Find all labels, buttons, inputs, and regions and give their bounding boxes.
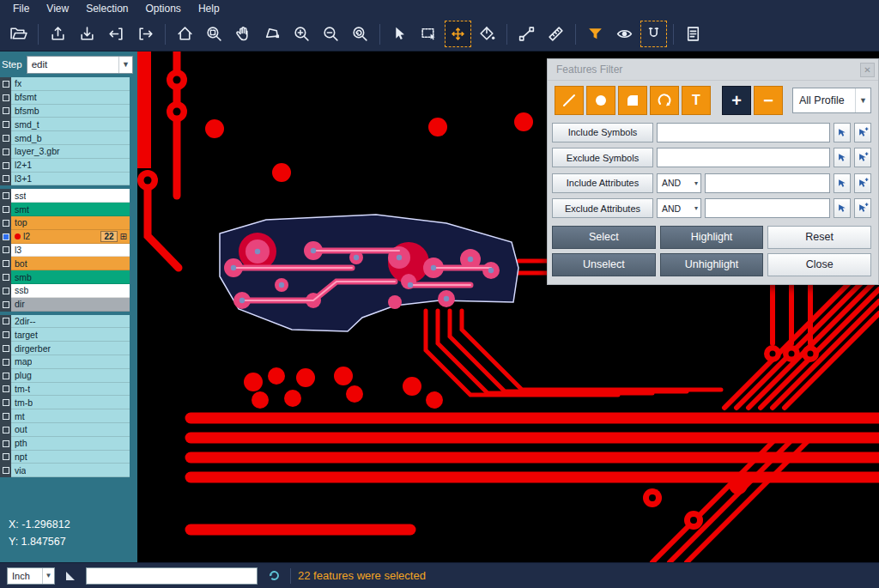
- pad-type-button[interactable]: [586, 86, 615, 115]
- corner-snap-icon[interactable]: [62, 567, 79, 585]
- layer-visibility-checkbox[interactable]: [0, 464, 11, 477]
- units-select[interactable]: Inch ▼: [7, 567, 55, 585]
- layer-visibility-checkbox[interactable]: [0, 437, 11, 451]
- menu-item[interactable]: File: [5, 1, 37, 16]
- layer-visibility-checkbox[interactable]: [0, 230, 11, 244]
- filter-row-input[interactable]: [657, 148, 830, 167]
- reset-button[interactable]: Reset: [767, 226, 871, 249]
- remove-filter-button[interactable]: −: [754, 86, 783, 115]
- arc-type-button[interactable]: [650, 86, 679, 115]
- import-left-icon[interactable]: [103, 21, 130, 47]
- layer-row[interactable]: mt ⊞: [0, 409, 130, 423]
- layer-row[interactable]: l2+1 ⊞: [0, 159, 130, 173]
- layer-row[interactable]: 2dir-- ⊞: [0, 315, 130, 329]
- layer-visibility-checkbox[interactable]: [0, 244, 11, 258]
- menu-item[interactable]: Options: [138, 1, 189, 16]
- close-icon[interactable]: ✕: [860, 63, 875, 77]
- layer-row[interactable]: dirgerber ⊞: [0, 342, 130, 355]
- polygon-select-icon[interactable]: [259, 21, 286, 47]
- zoom-area-icon[interactable]: [201, 21, 227, 47]
- layer-row[interactable]: npt ⊞: [0, 451, 130, 464]
- report-list-icon[interactable]: [680, 21, 706, 47]
- marquee-select-icon[interactable]: [415, 21, 442, 47]
- filter-row-label-button[interactable]: Include Attributes: [552, 173, 653, 193]
- layer-row[interactable]: bfsmt ⊞: [0, 91, 130, 105]
- layer-row[interactable]: smb ⊞: [0, 270, 130, 284]
- unhighlight-button[interactable]: Unhighlight: [660, 253, 764, 276]
- layer-visibility-checkbox[interactable]: [0, 315, 11, 329]
- pick-add-button[interactable]: [854, 148, 871, 167]
- layer-row[interactable]: fx ⊞: [0, 77, 130, 91]
- layer-row[interactable]: sst ⊞: [0, 189, 130, 203]
- layer-row[interactable]: bot ⊞: [0, 257, 130, 270]
- layer-visibility-checkbox[interactable]: [0, 145, 11, 159]
- layer-row[interactable]: l3 ⊞: [0, 244, 130, 258]
- layer-row[interactable]: bfsmb ⊞: [0, 105, 130, 118]
- refresh-icon[interactable]: [264, 567, 283, 585]
- pick-from-canvas-button[interactable]: [834, 123, 851, 142]
- layer-visibility-checkbox[interactable]: [0, 77, 11, 91]
- filter-row-label-button[interactable]: Include Symbols: [552, 123, 653, 142]
- layer-row[interactable]: layer_3.gbr ⊞: [0, 145, 130, 159]
- pick-add-button[interactable]: [854, 173, 871, 193]
- layer-visibility-checkbox[interactable]: [0, 328, 11, 342]
- layer-row[interactable]: tm-t ⊞: [0, 383, 130, 397]
- menu-item[interactable]: Help: [191, 1, 227, 16]
- pick-from-canvas-button[interactable]: [834, 148, 851, 167]
- layer-visibility-checkbox[interactable]: [0, 159, 11, 173]
- layer-visibility-checkbox[interactable]: [0, 409, 11, 423]
- import-right-icon[interactable]: [132, 21, 159, 47]
- step-select[interactable]: edit ▼: [27, 56, 133, 74]
- open-folder-icon[interactable]: [5, 21, 32, 47]
- layer-visibility-checkbox[interactable]: [0, 173, 11, 186]
- zoom-in-icon[interactable]: [288, 21, 315, 47]
- operator-select[interactable]: AND: [657, 173, 701, 193]
- filter-row-label-button[interactable]: Exclude Symbols: [552, 148, 653, 167]
- filter-row-input[interactable]: [705, 198, 830, 218]
- layer-row[interactable]: smd_t ⊞: [0, 118, 130, 131]
- layer-visibility-checkbox[interactable]: [0, 189, 11, 203]
- layer-visibility-checkbox[interactable]: [0, 270, 11, 284]
- filter-row-label-button[interactable]: Exclude Attributes: [552, 198, 653, 218]
- import-up-icon[interactable]: [45, 21, 71, 47]
- layer-visibility-checkbox[interactable]: [0, 105, 11, 118]
- command-input[interactable]: [86, 567, 258, 585]
- operator-select[interactable]: AND: [657, 198, 701, 218]
- layer-visibility-checkbox[interactable]: [0, 342, 11, 355]
- fill-bucket-icon[interactable]: [474, 21, 500, 47]
- layer-row[interactable]: ssb ⊞: [0, 284, 130, 298]
- layer-visibility-checkbox[interactable]: [0, 423, 11, 437]
- layer-row[interactable]: l3+1 ⊞: [0, 173, 130, 186]
- dialog-titlebar[interactable]: Features Filter ✕: [548, 59, 878, 81]
- features-filter-icon[interactable]: [582, 21, 609, 47]
- pcb-canvas[interactable]: Features Filter ✕ T + − All Profile ▼: [137, 52, 879, 562]
- layer-visibility-checkbox[interactable]: [0, 118, 11, 131]
- layer-row[interactable]: l2 22 ⊞: [0, 230, 130, 244]
- layer-visibility-checkbox[interactable]: [0, 355, 11, 369]
- pan-hand-icon[interactable]: [230, 21, 257, 47]
- layer-row[interactable]: smt ⊞: [0, 203, 130, 216]
- layer-visibility-checkbox[interactable]: [0, 396, 11, 409]
- pointer-icon[interactable]: [386, 21, 413, 47]
- layer-visibility-checkbox[interactable]: [0, 216, 11, 230]
- line-endpoints-icon[interactable]: [513, 21, 540, 47]
- filter-row-input[interactable]: [657, 123, 830, 142]
- layer-visibility-checkbox[interactable]: [0, 451, 11, 464]
- layer-visibility-checkbox[interactable]: [0, 91, 11, 105]
- surface-type-button[interactable]: [618, 86, 647, 115]
- layer-visibility-checkbox[interactable]: [0, 257, 11, 270]
- pick-add-button[interactable]: [854, 198, 871, 218]
- pick-from-canvas-button[interactable]: [834, 173, 851, 193]
- select-button[interactable]: Select: [552, 226, 656, 249]
- layer-row[interactable]: via ⊞: [0, 464, 130, 477]
- layer-row[interactable]: top ⊞: [0, 216, 130, 230]
- layer-row[interactable]: map ⊞: [0, 355, 130, 369]
- add-filter-button[interactable]: +: [722, 86, 751, 115]
- menu-item[interactable]: View: [39, 1, 76, 16]
- home-icon[interactable]: [172, 21, 198, 47]
- toggle-visibility-icon[interactable]: [611, 21, 638, 47]
- menu-item[interactable]: Selection: [78, 1, 136, 16]
- layer-visibility-checkbox[interactable]: [0, 369, 11, 383]
- layer-row[interactable]: dir ⊞: [0, 298, 130, 312]
- layer-row[interactable]: pth ⊞: [0, 437, 130, 451]
